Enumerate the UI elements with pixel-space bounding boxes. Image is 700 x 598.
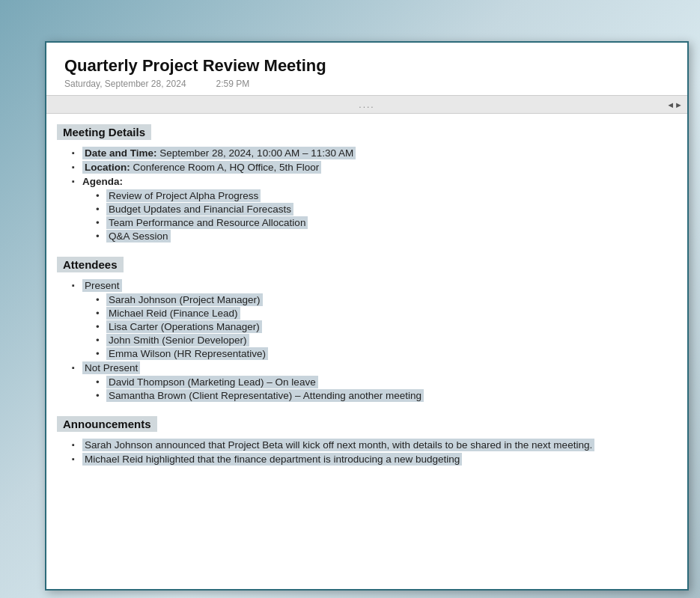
date-time-text: Date and Time: September 28, 2024, 10:00… xyxy=(82,147,356,159)
announcements-header: Announcements xyxy=(57,416,157,432)
meeting-details-section: Meeting Details Date and Time: September… xyxy=(57,124,672,242)
agenda-item-4: Q&A Session xyxy=(96,231,672,242)
attendee-1-text: Sarah Johnson (Project Manager) xyxy=(106,293,263,306)
meeting-details-list: Date and Time: September 28, 2024, 10:00… xyxy=(57,147,672,242)
content-area[interactable]: Meeting Details Date and Time: September… xyxy=(46,114,687,589)
attendee-5-text: Emma Wilson (HR Representative) xyxy=(106,347,268,360)
location-text: Location: Conference Room A, HQ Office, … xyxy=(82,161,321,174)
window-subtitle: Saturday, September 28, 2024 2:59 PM xyxy=(64,79,669,89)
announcements-section: Announcements Sarah Johnson announced th… xyxy=(57,416,672,465)
attendee-5: Emma Wilson (HR Representative) xyxy=(96,348,672,359)
location-item: Location: Conference Room A, HQ Office, … xyxy=(72,162,672,173)
meeting-date: Saturday, September 28, 2024 xyxy=(64,79,186,89)
present-label: Present xyxy=(82,279,122,292)
agenda-item-1-text: Review of Project Alpha Progress xyxy=(106,189,261,202)
window-header: Quarterly Project Review Meeting Saturda… xyxy=(46,43,687,96)
attendee-3: Lisa Carter (Operations Manager) xyxy=(96,321,672,332)
absent-2: Samantha Brown (Client Representative) –… xyxy=(96,390,672,401)
meeting-time: 2:59 PM xyxy=(216,79,250,89)
attendee-2-text: Michael Reid (Finance Lead) xyxy=(106,307,240,320)
present-sub-list: Sarah Johnson (Project Manager) Michael … xyxy=(82,294,672,359)
attendee-4: John Smith (Senior Developer) xyxy=(96,335,672,346)
attendees-list: Present Sarah Johnson (Project Manager) … xyxy=(57,280,672,401)
toolbar-strip: .... ◄► xyxy=(46,96,687,114)
main-window: Quarterly Project Review Meeting Saturda… xyxy=(45,41,689,591)
attendees-header: Attendees xyxy=(57,257,124,272)
toolbar-arrows: ◄► xyxy=(666,100,683,109)
agenda-item-4-text: Q&A Session xyxy=(106,230,171,242)
agenda-label: Agenda: xyxy=(82,176,123,187)
agenda-sub-list: Review of Project Alpha Progress Budget … xyxy=(82,190,672,242)
date-time-item: Date and Time: September 28, 2024, 10:00… xyxy=(72,147,672,159)
not-present-sub-list: David Thompson (Marketing Lead) – On lea… xyxy=(82,376,672,401)
toolbar-dots: .... xyxy=(359,100,374,110)
meeting-details-header: Meeting Details xyxy=(57,124,151,140)
announcement-1-text: Sarah Johnson announced that Project Bet… xyxy=(82,439,594,451)
announcements-list: Sarah Johnson announced that Project Bet… xyxy=(57,439,672,465)
attendee-1: Sarah Johnson (Project Manager) xyxy=(96,294,672,305)
attendee-4-text: John Smith (Senior Developer) xyxy=(106,334,249,347)
present-item: Present Sarah Johnson (Project Manager) … xyxy=(72,280,672,359)
agenda-item: Agenda: Review of Project Alpha Progress… xyxy=(72,176,672,242)
attendee-2: Michael Reid (Finance Lead) xyxy=(96,308,672,319)
absent-1: David Thompson (Marketing Lead) – On lea… xyxy=(96,376,672,388)
agenda-item-1: Review of Project Alpha Progress xyxy=(96,190,672,201)
announcement-2: Michael Reid highlighted that the financ… xyxy=(72,454,672,465)
attendee-3-text: Lisa Carter (Operations Manager) xyxy=(106,320,262,333)
not-present-item: Not Present David Thompson (Marketing Le… xyxy=(72,362,672,401)
announcement-1: Sarah Johnson announced that Project Bet… xyxy=(72,439,672,451)
agenda-item-3: Team Performance and Resource Allocation xyxy=(96,217,672,228)
agenda-item-2: Budget Updates and Financial Forecasts xyxy=(96,204,672,215)
not-present-label: Not Present xyxy=(82,361,140,374)
attendees-section: Attendees Present Sarah Johnson (Project… xyxy=(57,257,672,401)
agenda-item-2-text: Budget Updates and Financial Forecasts xyxy=(106,203,293,216)
announcement-2-text: Michael Reid highlighted that the financ… xyxy=(82,453,462,466)
absent-1-text: David Thompson (Marketing Lead) – On lea… xyxy=(106,376,318,388)
agenda-item-3-text: Team Performance and Resource Allocation xyxy=(106,216,308,229)
page-title: Quarterly Project Review Meeting xyxy=(64,56,669,76)
absent-2-text: Samantha Brown (Client Representative) –… xyxy=(106,389,424,402)
